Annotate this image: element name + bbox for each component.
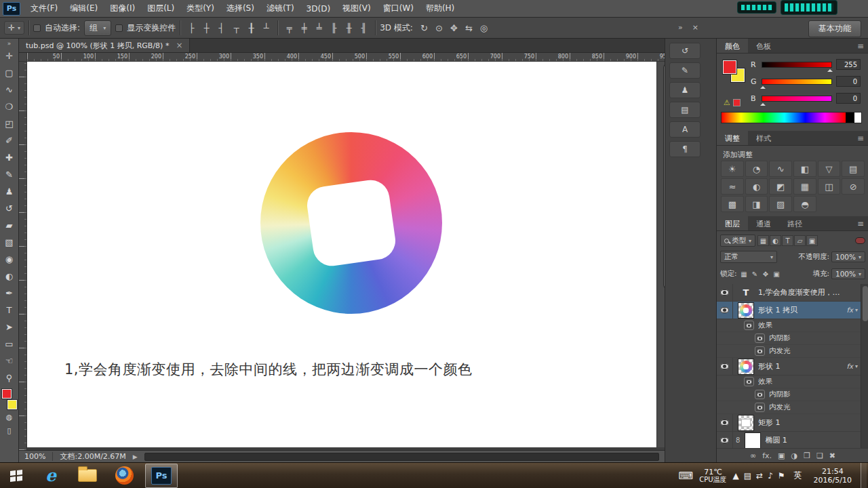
gamut-color-swatch[interactable] [733, 99, 741, 106]
3d-orbit-icon[interactable]: ↻ [417, 21, 431, 35]
clock[interactable]: 21:54 2016/5/10 [811, 467, 854, 485]
zoom-level[interactable]: 100% [24, 452, 53, 461]
paragraph-panel-icon[interactable]: ¶ [669, 141, 701, 157]
tool-preset-button[interactable]: ✛ ▾ [4, 21, 24, 35]
layer-row-ellipse1[interactable]: 8 椭圆 1 [717, 432, 861, 448]
filter-type-dropdown[interactable]: 类型 ▾ [720, 235, 755, 247]
status-menu-arrow-icon[interactable]: ▶ [133, 453, 138, 460]
align-right-icon[interactable]: ┤ [214, 21, 229, 35]
new-layer-icon[interactable]: ❏ [816, 451, 823, 460]
visibility-toggle[interactable] [717, 414, 733, 431]
layer-thumbnail[interactable] [745, 432, 761, 449]
path-selection-tool[interactable]: ➤ [1, 319, 18, 336]
brightness-contrast-icon[interactable]: ☀ [721, 161, 744, 177]
tab-styles[interactable]: 样式 [748, 131, 779, 145]
canvas-vertical-scrollbar[interactable] [656, 62, 665, 447]
slider-thumb[interactable] [827, 66, 833, 72]
distribute-left-icon[interactable]: ╟ [327, 21, 341, 35]
hue-saturation-icon[interactable]: ▤ [842, 161, 865, 177]
workspace-switcher-button[interactable]: 基本功能 [808, 20, 861, 37]
fx-collapse-icon[interactable]: ▾ [855, 363, 858, 369]
align-left-icon[interactable]: ├ [184, 21, 199, 35]
clone-source-panel-icon[interactable]: ♟ [669, 82, 701, 98]
selective-color-icon[interactable]: ◓ [793, 196, 816, 212]
filter-type-layers-icon[interactable]: T [782, 235, 793, 246]
tab-layers[interactable]: 图层 [717, 216, 748, 230]
menu-item[interactable]: 选择(S) [220, 0, 260, 17]
tab-adjustments[interactable]: 调整 [717, 131, 748, 145]
vibrance-icon[interactable]: ▽ [818, 161, 841, 177]
filter-adjustment-layers-icon[interactable]: ◐ [770, 235, 781, 246]
effects-header-row[interactable]: 效果 [717, 375, 861, 388]
taskbar-firefox-button[interactable] [106, 463, 142, 488]
network-icon[interactable]: ⚑ [778, 471, 785, 481]
layer-row-text[interactable]: T 1,学会角度渐变使用，… [717, 284, 861, 302]
3d-zoom-icon[interactable]: ◎ [477, 21, 491, 35]
link-layers-icon[interactable]: ∞ [750, 451, 756, 460]
slider-thumb[interactable] [760, 83, 766, 89]
blend-mode-dropdown[interactable]: 正常 ▾ [720, 251, 777, 263]
green-slider[interactable] [762, 79, 832, 85]
fx-badge[interactable]: fx [847, 363, 853, 370]
tab-swatches[interactable]: 色板 [748, 39, 779, 53]
red-value[interactable]: 255 [836, 59, 861, 70]
panel-menu-icon[interactable]: ≡ [857, 134, 864, 143]
visibility-toggle[interactable] [717, 284, 733, 301]
slider-thumb[interactable] [760, 100, 766, 106]
levels-icon[interactable]: ◔ [745, 161, 768, 177]
pen-tool[interactable]: ✒ [1, 285, 18, 302]
menu-item[interactable]: 类型(Y) [180, 0, 220, 17]
3d-roll-icon[interactable]: ⊙ [432, 21, 446, 35]
expand-panels-icon[interactable]: » [678, 23, 683, 32]
blue-slider[interactable] [762, 96, 832, 102]
effect-visibility-toggle[interactable] [755, 346, 765, 356]
foreground-color-swatch[interactable] [2, 389, 12, 399]
tab-paths[interactable]: 路径 [779, 216, 810, 230]
menu-item[interactable]: 帮助(H) [420, 0, 460, 17]
fx-badge[interactable]: fx [847, 306, 853, 314]
panel-menu-icon[interactable]: ≡ [857, 41, 864, 51]
layer-style-icon[interactable]: fx. [762, 451, 772, 460]
brush-tool[interactable]: ✎ [1, 166, 18, 183]
menu-item[interactable]: 滤镜(T) [260, 0, 300, 17]
effect-visibility-toggle[interactable] [744, 321, 754, 330]
effect-row-inner-glow[interactable]: 内发光 [717, 401, 861, 414]
layer-thumbnail[interactable] [738, 359, 754, 375]
gamut-warning[interactable]: ⚠ [724, 98, 741, 107]
align-top-icon[interactable]: ┬ [229, 21, 243, 35]
panel-menu-icon[interactable]: ≡ [857, 219, 864, 228]
quick-mask-button[interactable]: ◍ [1, 410, 18, 424]
history-brush-tool[interactable]: ↺ [1, 200, 18, 217]
visibility-toggle[interactable] [717, 432, 733, 448]
distribute-right-icon[interactable]: ╢ [357, 21, 371, 35]
filter-smart-objects-icon[interactable]: ▣ [806, 235, 818, 246]
toolbar-collapse-icon[interactable]: » [7, 39, 12, 47]
start-button[interactable] [0, 463, 33, 488]
add-mask-icon[interactable]: ▣ [778, 451, 785, 460]
3d-slide-icon[interactable]: ⇆ [462, 21, 476, 35]
clone-stamp-tool[interactable]: ♟ [1, 183, 18, 200]
menu-item[interactable]: 3D(D) [300, 1, 336, 16]
distribute-center-v-icon[interactable]: ╪ [297, 21, 311, 35]
gradient-tool[interactable]: ▧ [1, 234, 18, 251]
volume-icon[interactable]: ♪ [768, 471, 773, 481]
visibility-toggle[interactable] [717, 302, 733, 319]
layer-thumbnail[interactable] [738, 302, 754, 319]
menu-item[interactable]: 图层(L) [141, 0, 180, 17]
menu-item[interactable]: 文件(F) [24, 0, 64, 17]
display-icon[interactable]: ▤ [744, 471, 751, 481]
color-lookup-icon[interactable]: ◫ [818, 178, 841, 195]
history-panel-icon[interactable]: ↺ [669, 43, 701, 59]
black-white-icon[interactable]: ◐ [745, 178, 768, 195]
blur-tool[interactable]: ◉ [1, 251, 18, 268]
effect-row-inner-glow[interactable]: 内发光 [717, 345, 861, 358]
keyboard-icon[interactable]: ⌨ [679, 470, 694, 482]
filtering-toggle[interactable] [855, 237, 865, 244]
eraser-tool[interactable]: ▰ [1, 217, 18, 234]
dodge-tool[interactable]: ◐ [1, 268, 18, 285]
color-spectrum-bar[interactable] [721, 112, 862, 123]
tab-channels[interactable]: 通道 [748, 216, 779, 230]
posterize-icon[interactable]: ▩ [721, 196, 744, 212]
filter-shape-layers-icon[interactable]: ▱ [794, 235, 806, 246]
lock-transparency-icon[interactable]: ▦ [739, 269, 749, 279]
